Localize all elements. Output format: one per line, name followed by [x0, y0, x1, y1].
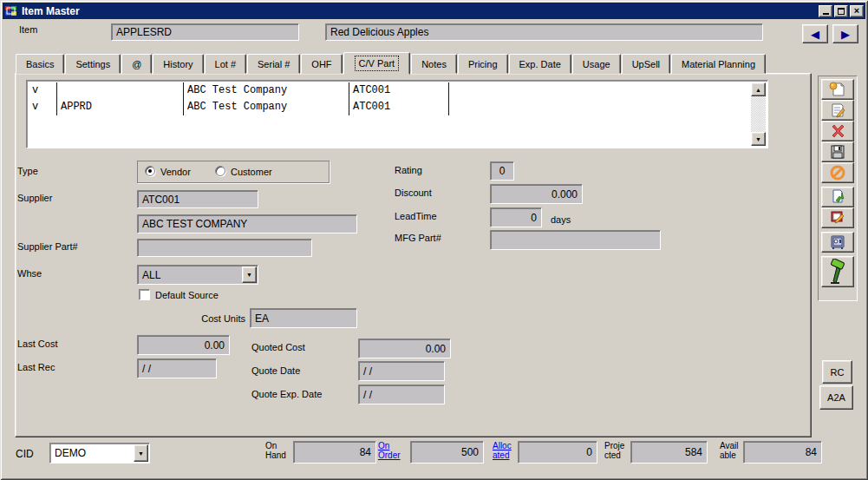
edit-record-button[interactable]	[821, 100, 854, 121]
on-order-field: 500	[410, 441, 484, 464]
cost-units-label: Cost Units	[173, 313, 245, 324]
cancel-icon	[829, 165, 846, 181]
delete-record-button[interactable]	[821, 121, 854, 141]
save-record-icon	[829, 144, 846, 160]
last-cost-field[interactable]: 0.00	[137, 335, 230, 355]
minimize-button[interactable]	[819, 5, 832, 17]
tab-lot[interactable]: Lot #	[205, 54, 246, 74]
tab-at[interactable]: @	[121, 54, 152, 74]
chevron-down-icon: ▼	[246, 272, 252, 278]
vendor-row[interactable]: v ABC Test Company ATC001	[29, 82, 751, 99]
previous-item-button[interactable]: ◀	[802, 24, 828, 43]
maximize-button[interactable]	[834, 5, 848, 17]
title-bar: Item Master ×	[3, 3, 865, 19]
tab-ohf[interactable]: OHF	[301, 54, 342, 74]
arrow-right-icon: ▶	[841, 28, 850, 41]
cid-combobox[interactable]: DEMO ▼	[49, 443, 150, 464]
window-title: Item Master	[22, 5, 80, 17]
supplier-label: Supplier	[17, 193, 52, 203]
arrow-down-icon: ▼	[755, 136, 761, 142]
leadtime-field[interactable]: 0	[490, 207, 542, 227]
save-record-button[interactable]	[821, 141, 854, 162]
whse-dropdown-button[interactable]: ▼	[242, 266, 257, 283]
rating-label: Rating	[395, 165, 422, 175]
type-groupbox: Vendor Customer	[137, 161, 330, 183]
supplier-name-field[interactable]: ABC TEST COMPANY	[137, 214, 357, 233]
chevron-down-icon: ▼	[138, 450, 144, 457]
vendor-radio[interactable]	[145, 166, 155, 176]
supplier-code-field[interactable]: ATC001	[137, 190, 258, 208]
last-rec-label: Last Rec	[17, 362, 55, 372]
cancel-button[interactable]	[821, 162, 854, 183]
close-button[interactable]: ×	[850, 5, 864, 17]
quote-date-field[interactable]: / /	[358, 361, 445, 381]
maximize-icon	[838, 8, 845, 15]
arrow-up-icon: ▲	[755, 87, 761, 93]
vendor-row[interactable]: v APPRD ABC Test Company ATC001	[29, 99, 751, 115]
projected-field: 584	[630, 441, 708, 464]
scroll-down-button[interactable]: ▼	[751, 132, 766, 146]
copy-record-button[interactable]	[821, 187, 854, 207]
leadtime-units-label: days	[551, 214, 571, 225]
customer-radio[interactable]	[215, 166, 225, 176]
minimize-icon	[823, 13, 829, 15]
arrow-left-icon: ◀	[811, 28, 819, 41]
copy-record-icon	[829, 189, 846, 205]
quoted-cost-field[interactable]: 0.00	[358, 339, 451, 358]
type-label: Type	[17, 166, 38, 176]
tab-material-planning[interactable]: Material Planning	[671, 54, 766, 74]
default-source-checkbox[interactable]	[139, 289, 150, 300]
cid-dropdown-button[interactable]: ▼	[134, 444, 148, 462]
vault-icon	[829, 234, 846, 250]
gavel-button[interactable]	[821, 256, 854, 287]
tab-exp-date[interactable]: Exp. Date	[509, 54, 571, 74]
supplier-part-field[interactable]	[137, 239, 312, 257]
last-rec-field[interactable]: / /	[137, 358, 217, 378]
tab-basics[interactable]: Basics	[16, 54, 64, 74]
tab-history[interactable]: History	[153, 54, 203, 74]
tab-settings[interactable]: Settings	[65, 54, 121, 74]
close-icon: ×	[854, 6, 859, 16]
allocated-link[interactable]: Allocated	[493, 441, 512, 460]
quoted-cost-label: Quoted Cost	[251, 342, 305, 352]
vault-button[interactable]	[821, 232, 854, 253]
new-record-icon	[829, 82, 846, 97]
scroll-up-button[interactable]: ▲	[751, 82, 766, 96]
whse-combobox[interactable]: ALL ▼	[137, 265, 258, 285]
projected-label: Projected	[604, 441, 624, 460]
record-toolbar	[818, 76, 858, 301]
tab-strip: Basics Settings @ History Lot # Serial #…	[16, 51, 767, 74]
last-cost-label: Last Cost	[17, 339, 57, 349]
quote-exp-date-field[interactable]: / /	[358, 385, 445, 404]
app-icon	[4, 5, 18, 17]
quote-exp-date-label: Quote Exp. Date	[251, 389, 322, 399]
rating-field[interactable]: 0	[490, 161, 514, 181]
default-source-label: Default Source	[155, 290, 219, 300]
available-label: Available	[720, 441, 739, 460]
discount-label: Discount	[395, 187, 432, 198]
tab-usage[interactable]: Usage	[572, 54, 621, 74]
edit-record-icon	[829, 102, 846, 118]
tab-upsell[interactable]: UpSell	[622, 54, 670, 74]
rc-button[interactable]: RC	[822, 360, 852, 384]
mfg-part-field[interactable]	[490, 230, 661, 250]
cost-units-field[interactable]: EA	[250, 308, 357, 328]
on-hand-field: 84	[293, 441, 376, 464]
item-description-field[interactable]: Red Delicious Apples	[325, 23, 763, 41]
item-code-field[interactable]: APPLESRD	[111, 23, 299, 41]
tab-serial[interactable]: Serial #	[247, 54, 300, 74]
tab-notes[interactable]: Notes	[411, 54, 457, 74]
edit-notes-button[interactable]	[821, 207, 854, 228]
whse-label: Whse	[17, 268, 42, 279]
a2a-button[interactable]: A2A	[819, 385, 853, 410]
available-field: 84	[743, 441, 822, 464]
tab-pricing[interactable]: Pricing	[458, 54, 508, 74]
cid-label: CID	[16, 448, 34, 460]
tab-cv-part[interactable]: C/V Part	[343, 52, 411, 75]
quote-date-label: Quote Date	[251, 365, 300, 376]
next-item-button[interactable]: ▶	[832, 24, 858, 43]
on-order-link[interactable]: OnOrder	[378, 441, 401, 460]
new-record-button[interactable]	[821, 79, 854, 100]
list-scrollbar[interactable]: ▲ ▼	[751, 82, 766, 146]
discount-field[interactable]: 0.000	[490, 184, 583, 204]
